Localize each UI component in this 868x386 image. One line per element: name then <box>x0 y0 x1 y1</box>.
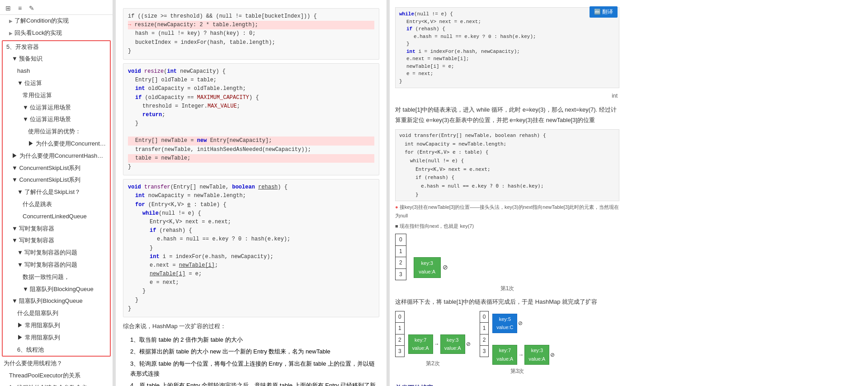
sidebar-item-why-concurrent[interactable]: ▶ 为什么要使用ConcurrentHashMap <box>3 150 110 162</box>
sidebar-item-perf-problem[interactable]: 数据一致性问题， <box>3 271 110 283</box>
sidebar-item-use-bit-adv[interactable]: ▶ 为什么要使用ConcurrentHashMap <box>3 138 110 150</box>
toolbar: ⊞ ≡ ✎ <box>0 2 113 15</box>
sidebar-item-understand-blocking-impl[interactable]: 6、线程池 <box>3 344 110 356</box>
code-block-1: if ((size >= threshold) && (null != tabl… <box>123 8 379 60</box>
translate-icon: 🔤 <box>594 9 601 15</box>
sidebar: ⊞ ≡ ✎ ▶了解Condition的实现 ▶回头看Lock的实现 5、开发容器… <box>0 0 113 386</box>
sidebar-item-what-is-skiplist2[interactable]: ConcurrentLinkedQueue <box>3 211 110 223</box>
right-description-2: 这样循环下去，将 table[1]中的链表循环完成后，于是 HashMap 就完… <box>395 297 619 307</box>
summary-item-1: 1、取当前 table 的 2 倍作为新 table 的大小 <box>130 335 379 345</box>
sidebar-item-pre-knowledge[interactable]: ▼ 预备知识 <box>3 53 110 65</box>
translate-button[interactable]: 🔤 翻译 <box>590 6 618 18</box>
summary-item-4: 4、原 table 上的所有 Entry 全部轮询完毕之后，意味着原 table… <box>130 381 379 386</box>
right-description-1: 对 table[1]中的链表来说，进入 while 循环，此时 e=key(3)… <box>395 104 619 126</box>
annotation-text: ● 接key(3)挂在newTable[3]的位置——接头头法，key(3)的n… <box>395 203 619 220</box>
sidebar-item-understand-condition[interactable]: ▶了解Condition的实现 <box>0 15 113 27</box>
sidebar-item-concurrent-linked-queue[interactable]: ▼ 写时复制容器 <box>3 223 110 235</box>
sidebar-item-bit-ops[interactable]: ▼ 位运算 <box>3 77 110 89</box>
sidebar-item-concurrent-skiplist[interactable]: ▼ ConcurrentSkipList系列 <box>3 174 110 186</box>
content-area: if ((size >= threshold) && (null != tabl… <box>116 0 625 386</box>
concurrent-title: 并发下的扩容 <box>395 383 619 386</box>
sidebar-item-thread-pool-executor[interactable]: ▶ 线程池的创建各个参数含义 <box>0 382 113 386</box>
summary-title: 综合来说，HashMap 一次扩容的过程： <box>123 321 379 331</box>
edit-icon[interactable]: ✎ <box>27 4 36 13</box>
sidebar-item-section5[interactable]: 5、开发容器 <box>3 41 110 53</box>
annotation-text-2: ■ 现在指针指向next，也就是 key(7) <box>395 222 619 231</box>
summary-item-2: 2、根据算出的新 table 的大小 new 出一个新的 Entry 数组来，名… <box>130 347 379 357</box>
code-block-2: void resize(int newCapacity) { Entry[] o… <box>123 63 379 175</box>
sidebar-item-common-ops[interactable]: ▼ 位运算运用场景 <box>3 102 110 114</box>
sidebar-item-binary[interactable]: 常用位运算 <box>3 89 110 102</box>
sidebar-item-access-control[interactable]: 使用位运算的优势： <box>3 126 110 138</box>
sidebar-item-common-blocking[interactable]: ▶ 常用阻塞队列 <box>3 332 110 344</box>
sidebar-item-what-is-blocking[interactable]: ▶ 常用阻塞队列 <box>3 320 110 332</box>
iter1-diagram: 0 1 2 3 key:3value:A ⊘ <box>395 234 619 280</box>
summary-item-3: 3、轮询原 table 的每一个位置，将每个位置上连接的 Entry，算出在新 … <box>130 359 379 379</box>
sidebar-item-section6[interactable]: 为什么要使用线程池？ <box>0 358 113 370</box>
iter3-label: 第3次 <box>480 367 555 376</box>
sidebar-item-cow-problems[interactable]: ▼ 写时复制容器的问题 <box>3 259 110 271</box>
sidebar-item-cow[interactable]: ▼ 写时复制容器 <box>3 235 110 247</box>
right-small-code: void transfer(Entry[] newTable, boolean … <box>395 129 619 202</box>
sidebar-item-why-thread-pool[interactable]: ThreadPoolExecutor的关系 <box>0 370 113 382</box>
sidebar-item-concurrent-hashmap[interactable]: ▼ ConcurrentSkipList系列 <box>3 162 110 174</box>
right-code-block: while(null != e) { Entry<K,V> next = e.n… <box>395 7 619 88</box>
sidebar-item-what-is-skiplist[interactable]: ▼ 了解什么是SkipList？ <box>3 186 110 198</box>
center-panel: if ((size >= threshold) && (null != tabl… <box>116 0 387 386</box>
highlight-box: 5、开发容器 ▼ 预备知识 hash ▼ 位运算 常用位运算 ▼ 位运算运用场景… <box>2 40 111 357</box>
list-icon[interactable]: ≡ <box>15 4 24 13</box>
int-label: int <box>612 93 618 99</box>
sidebar-item-look-back-lock[interactable]: ▶回头看Lock的实现 <box>0 27 113 39</box>
sidebar-item-consistency-problem[interactable]: ▼ 阻塞队列BlockingQueue <box>3 283 110 296</box>
iter1-label: 第1次 <box>395 284 619 293</box>
sidebar-item-what-is-cow[interactable]: ▼ 写时复制容器的问题 <box>3 247 110 259</box>
iter2-label: 第2次 <box>395 359 471 368</box>
sidebar-item-blocking-queue[interactable]: ▼ 阻塞队列BlockingQueue <box>3 295 110 307</box>
iter23-diagrams: 0 1 2 3 key:7value:A → key:3value:A ⊘ <box>395 311 619 377</box>
sidebar-item-queue[interactable]: 什么是阻塞队列 <box>3 307 110 320</box>
sidebar-item-bit-scenarios[interactable]: ▼ 位运算运用场景 <box>3 113 110 126</box>
code-block-3: void transfer(Entry[] newTable, boolean … <box>123 179 379 317</box>
right-panel: 🔤 翻译 while(null != e) { Entry<K,V> next … <box>390 0 625 386</box>
sidebar-item-hash[interactable]: hash <box>3 65 110 77</box>
grid-icon[interactable]: ⊞ <box>4 4 13 13</box>
sidebar-item-binary-avl[interactable]: 什么是跳表 <box>3 198 110 211</box>
